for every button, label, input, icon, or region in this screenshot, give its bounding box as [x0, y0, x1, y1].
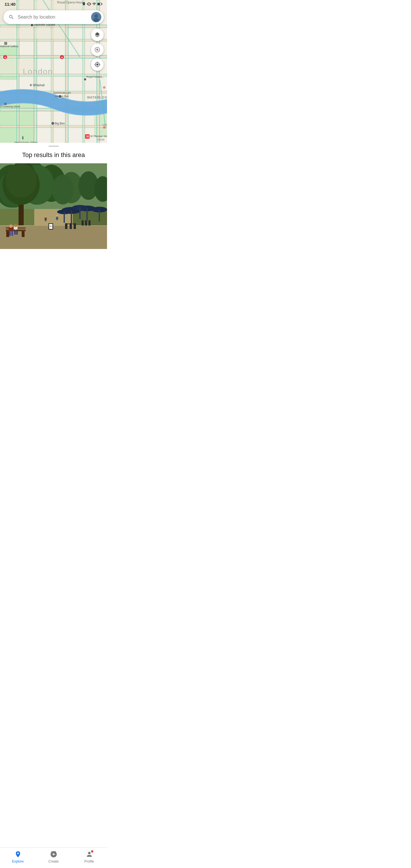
results-section: Top results in this area	[0, 146, 107, 249]
svg-rect-127	[9, 231, 11, 236]
status-bar: 11:40	[0, 0, 107, 8]
svg-text:National Gallery: National Gallery	[0, 45, 19, 48]
svg-text:St Thomas' Hospita...: St Thomas' Hospita...	[90, 135, 107, 137]
svg-point-93	[52, 175, 74, 205]
svg-rect-2	[98, 3, 100, 5]
svg-rect-118	[64, 212, 65, 223]
svg-text:⊗: ⊗	[103, 85, 105, 89]
svg-rect-113	[85, 220, 87, 225]
svg-rect-120	[80, 208, 81, 219]
layers-button[interactable]	[91, 29, 104, 41]
svg-point-130	[14, 224, 17, 227]
svg-text:WATERLOO: WATERLOO	[87, 96, 107, 99]
svg-rect-114	[89, 220, 91, 225]
svg-text:Whitehall: Whitehall	[33, 84, 44, 87]
svg-rect-131	[14, 230, 16, 235]
svg-rect-60	[4, 103, 6, 105]
svg-rect-110	[87, 209, 88, 221]
svg-point-139	[56, 215, 58, 217]
svg-text:⊖: ⊖	[4, 56, 6, 59]
svg-rect-123	[22, 231, 25, 237]
compass-button[interactable]	[91, 43, 104, 56]
svg-point-4	[94, 14, 98, 18]
svg-rect-107	[70, 223, 72, 229]
svg-point-58	[29, 84, 32, 87]
svg-point-100	[5, 163, 37, 197]
svg-point-126	[9, 224, 12, 228]
svg-text:lastminute.com: lastminute.com	[54, 91, 71, 94]
results-title: Top results in this area	[0, 149, 107, 163]
svg-rect-116	[99, 210, 100, 222]
user-avatar[interactable]	[91, 12, 101, 22]
svg-rect-122	[6, 231, 9, 237]
battery-status-icon	[97, 2, 102, 6]
drag-handle[interactable]	[49, 146, 59, 147]
svg-point-137	[45, 216, 46, 218]
svg-point-138	[56, 216, 58, 220]
svg-rect-45	[36, 27, 51, 39]
compass-icon	[94, 46, 100, 53]
my-location-button[interactable]	[91, 58, 104, 71]
svg-text:⊗: ⊗	[103, 125, 105, 129]
svg-rect-108	[74, 223, 76, 229]
status-icons	[82, 2, 102, 6]
svg-rect-44	[19, 27, 34, 39]
search-icon	[7, 13, 15, 21]
svg-rect-43	[0, 27, 17, 39]
wifi-status-icon	[92, 2, 96, 6]
svg-rect-112	[82, 220, 84, 225]
search-bar[interactable]: Search by location	[3, 10, 104, 24]
svg-text:London: London	[23, 67, 53, 76]
svg-text:10 Downing Street: 10 Downing Street	[0, 105, 20, 108]
svg-rect-55	[4, 42, 7, 45]
svg-point-5	[93, 18, 99, 22]
svg-text:CAFÉ: CAFÉ	[50, 225, 53, 227]
park-photo: CAFÉ	[0, 163, 107, 249]
svg-text:A3036: A3036	[97, 138, 104, 141]
svg-rect-106	[65, 223, 67, 229]
place-photo-card[interactable]: CAFÉ	[0, 163, 107, 249]
my-location-icon	[94, 61, 100, 68]
svg-text:⊖: ⊖	[61, 56, 63, 59]
svg-point-69	[84, 78, 87, 81]
avatar-image	[91, 12, 101, 22]
svg-rect-128	[11, 231, 13, 236]
map-controls	[91, 29, 104, 71]
svg-rect-47	[0, 58, 17, 74]
svg-text:Big Ben: Big Ben	[55, 122, 65, 125]
svg-point-65	[51, 122, 55, 125]
search-placeholder: Search by location	[18, 14, 89, 20]
svg-text:Royal Festiva...: Royal Festiva...	[86, 75, 104, 78]
status-time: 11:40	[5, 2, 15, 6]
svg-rect-1	[102, 3, 102, 5]
svg-text:London Eye: London Eye	[55, 95, 68, 98]
svg-text:Westminster Abbey: Westminster Abbey	[14, 141, 38, 143]
location-status-icon	[82, 2, 86, 6]
layers-icon	[94, 32, 100, 38]
svg-rect-132	[16, 230, 18, 235]
vibrate-status-icon	[87, 2, 91, 6]
svg-text:H: H	[87, 135, 89, 138]
